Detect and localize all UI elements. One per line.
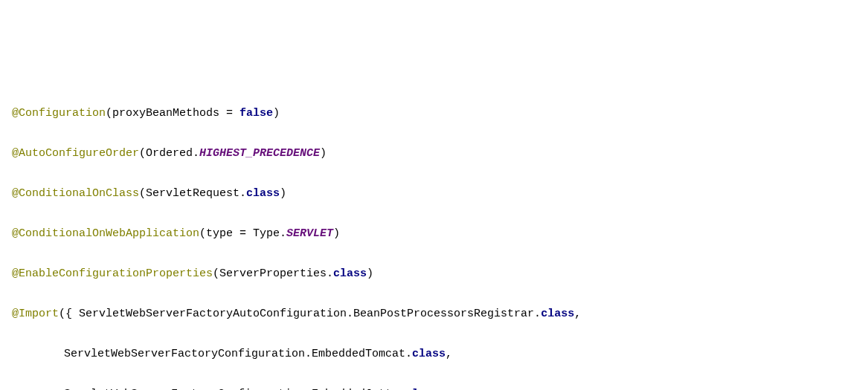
static-constant: HIGHEST_PRECEDENCE [199,147,320,160]
annotation: @AutoConfigureOrder [12,147,139,160]
code-line: @Import({ ServletWebServerFactoryAutoCon… [12,304,868,324]
code-line: @AutoConfigureOrder(Ordered.HIGHEST_PREC… [12,143,868,163]
code-line: @Configuration(proxyBeanMethods = false) [12,103,868,123]
annotation: @EnableConfigurationProperties [12,267,213,280]
annotation: @Configuration [12,107,106,120]
annotation: @Import [12,308,59,320]
annotation: @ConditionalOnWebApplication [12,227,199,240]
code-line: ServletWebServerFactoryConfiguration.Emb… [12,344,868,364]
code-line: ServletWebServerFactoryConfiguration.Emb… [12,384,868,390]
code-line: @ConditionalOnWebApplication(type = Type… [12,224,868,244]
code-editor[interactable]: @Configuration(proxyBeanMethods = false)… [0,83,868,390]
static-constant: SERVLET [286,227,333,240]
annotation: @ConditionalOnClass [12,187,139,200]
code-line: @EnableConfigurationProperties(ServerPro… [12,264,868,284]
code-line: @ConditionalOnClass(ServletRequest.class… [12,183,868,204]
